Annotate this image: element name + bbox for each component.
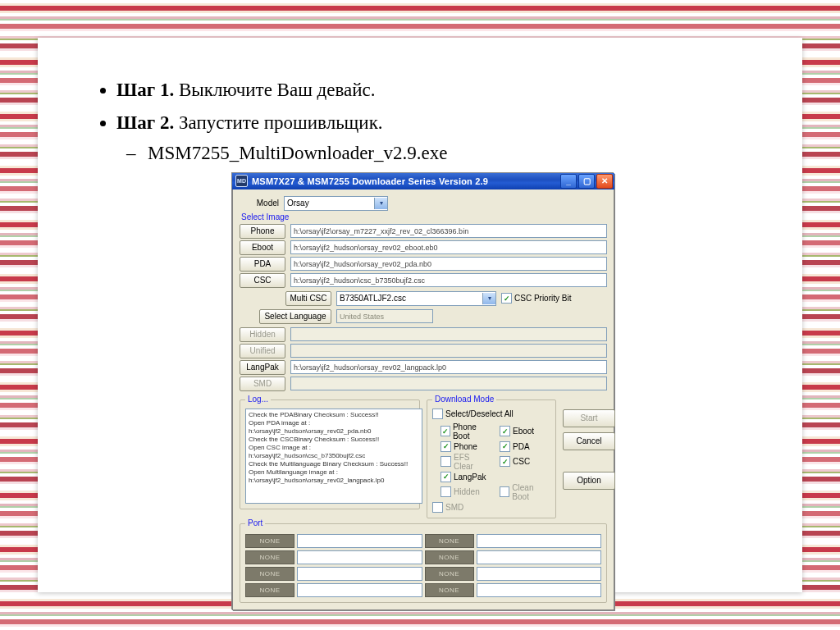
- port-field-2b: [477, 550, 602, 564]
- csc-checkbox[interactable]: ✓CSC: [500, 453, 550, 471]
- efs-clear-label: EFS Clear: [454, 453, 491, 471]
- port-none-3b: NONE: [425, 567, 474, 581]
- pda-button[interactable]: PDA: [240, 257, 285, 272]
- checkbox-icon: [432, 409, 443, 419]
- model-label: Model: [240, 199, 279, 208]
- close-button[interactable]: ✕: [596, 174, 613, 189]
- row-phone: Phone h:\orsay\jf2\orsay_m7227_xxjf2_rev…: [240, 224, 607, 239]
- csc-button[interactable]: CSC: [240, 273, 285, 288]
- slide-card: Шаг 1. Выключите Ваш девайс. Шаг 2. Запу…: [38, 38, 802, 592]
- port-field-3b: [477, 567, 602, 581]
- pda-path[interactable]: h:\orsay\jf2_hudson\orsay_rev02_pda.nb0: [290, 257, 607, 271]
- lower-section: Log... Check the PDABinary Checksum : Su…: [240, 395, 607, 518]
- port-none-2a: NONE: [245, 550, 294, 564]
- window-title: MSM7X27 & MSM7255 Downloader Series Vers…: [252, 176, 559, 186]
- download-mode-legend: Download Mode: [432, 395, 496, 404]
- smd-path: [290, 377, 607, 390]
- checkbox-checked-icon: ✓: [441, 441, 451, 452]
- smd-button[interactable]: SMD: [240, 377, 285, 391]
- step-1-text: Выключите Ваш девайс.: [174, 80, 375, 100]
- row-hidden: Hidden: [240, 327, 607, 342]
- window-titlebar[interactable]: MD MSM7X27 & MSM7255 Downloader Series V…: [232, 173, 614, 189]
- multi-csc-row: Multi CSC B7350ATLJF2.csc ▾ ✓ CSC Priori…: [240, 291, 607, 306]
- download-mode-column: Download Mode Select/Deselect All ✓Phone…: [427, 395, 556, 518]
- maximize-button[interactable]: ▢: [578, 174, 595, 189]
- model-combo-value: Orsay: [287, 199, 309, 208]
- csc-label: CSC: [513, 457, 530, 466]
- port-field-4a: [297, 583, 422, 597]
- step-1-bold: Шаг 1.: [116, 80, 174, 100]
- log-legend: Log...: [245, 395, 271, 404]
- multi-csc-button[interactable]: Multi CSC: [285, 291, 331, 306]
- option-button[interactable]: Option: [563, 472, 615, 490]
- hidden-path: [290, 327, 607, 341]
- checkbox-checked-icon: ✓: [441, 472, 451, 482]
- port-none-1b: NONE: [425, 534, 474, 548]
- multi-csc-value: B7350ATLJF2.csc: [340, 294, 406, 303]
- cancel-button[interactable]: Cancel: [563, 432, 615, 450]
- step-2-sub-item: MSM7255_MultiDownloader_v2.9.exe: [148, 139, 768, 168]
- csc-path[interactable]: h:\orsay\jf2_hudson\csc_b7350bujf2.csc: [290, 273, 607, 287]
- port-grid: NONE NONE NONE NONE NONE NONE NONE: [245, 534, 601, 597]
- port-none-3a: NONE: [245, 567, 294, 581]
- langpak-path[interactable]: h:\orsay\jf2_hudson\orsay_rev02_langpack…: [290, 360, 607, 374]
- checkbox-icon: [441, 456, 451, 467]
- hidden-checkbox: Hidden: [441, 483, 491, 501]
- steps-list: Шаг 1. Выключите Ваш девайс. Шаг 2. Запу…: [79, 75, 768, 168]
- port-field-1b: [477, 534, 602, 548]
- model-combo[interactable]: Orsay ▾: [284, 196, 388, 211]
- phone-boot-checkbox[interactable]: ✓Phone Boot: [441, 422, 491, 441]
- row-langpak: LangPak h:\orsay\jf2_hudson\orsay_rev02_…: [240, 360, 607, 375]
- checkbox-checked-icon: ✓: [441, 426, 450, 436]
- row-pda: PDA h:\orsay\jf2_hudson\orsay_rev02_pda.…: [240, 257, 607, 272]
- clean-boot-label: Clean Boot: [512, 483, 550, 501]
- checkbox-icon: [441, 486, 451, 497]
- phone-label: Phone: [454, 442, 477, 451]
- multi-csc-combo[interactable]: B7350ATLJF2.csc ▾: [336, 291, 496, 306]
- csc-priority-label: CSC Priority Bit: [514, 294, 571, 303]
- eboot-checkbox[interactable]: ✓Eboot: [500, 422, 550, 441]
- smd-label: SMD: [445, 503, 463, 512]
- port-field-4b: [477, 583, 602, 597]
- csc-priority-checkbox[interactable]: ✓ CSC Priority Bit: [501, 293, 571, 304]
- select-language-row: Select Language United States: [240, 309, 607, 324]
- checkbox-checked-icon: ✓: [500, 456, 510, 467]
- phone-path[interactable]: h:\orsay\jf2\orsay_m7227_xxjf2_rev_02_cl…: [290, 224, 607, 238]
- log-group: Log... Check the PDABinary Checksum : Su…: [240, 399, 420, 509]
- step-2-bold: Шаг 2.: [116, 112, 174, 133]
- chevron-down-icon: ▾: [374, 198, 387, 209]
- minimize-button[interactable]: _: [560, 174, 577, 189]
- step-2: Шаг 2. Запустите прошивльщик. MSM7255_Mu…: [116, 108, 768, 168]
- checkbox-checked-icon: ✓: [500, 441, 510, 452]
- start-button[interactable]: Start: [563, 409, 615, 427]
- phone-checkbox[interactable]: ✓Phone: [441, 441, 491, 452]
- log-column: Log... Check the PDABinary Checksum : Su…: [240, 395, 420, 518]
- checkbox-icon: [500, 486, 509, 497]
- eboot-path[interactable]: h:\orsay\jf2_hudson\orsay_rev02_eboot.eb…: [290, 240, 607, 254]
- phone-boot-label: Phone Boot: [453, 422, 491, 441]
- log-textarea[interactable]: Check the PDABinary Checksum : Success!!…: [245, 409, 422, 504]
- port-none-4a: NONE: [245, 583, 294, 597]
- step-1: Шаг 1. Выключите Ваш девайс.: [116, 75, 768, 105]
- pda-label: PDA: [513, 442, 530, 451]
- checkbox-checked-icon: ✓: [500, 426, 510, 436]
- smd-checkbox: SMD: [432, 502, 550, 513]
- select-all-checkbox[interactable]: Select/Deselect All: [432, 409, 514, 419]
- step-2-text: Запустите прошивльщик.: [174, 112, 382, 133]
- hidden-button[interactable]: Hidden: [240, 327, 285, 342]
- port-field-2a: [297, 550, 422, 564]
- select-image-header: Select Image: [241, 212, 607, 221]
- step-2-sublist: MSM7255_MultiDownloader_v2.9.exe: [116, 139, 768, 168]
- port-group: Port NONE NONE NONE NONE NONE NONE: [240, 523, 607, 603]
- phone-button[interactable]: Phone: [240, 224, 285, 239]
- row-unified: Unified: [240, 344, 607, 358]
- unified-button[interactable]: Unified: [240, 344, 285, 358]
- select-language-button[interactable]: Select Language: [259, 309, 331, 324]
- row-csc: CSC h:\orsay\jf2_hudson\csc_b7350bujf2.c…: [240, 273, 607, 288]
- pda-checkbox[interactable]: ✓PDA: [500, 441, 550, 452]
- langpak-checkbox[interactable]: ✓LangPak: [441, 472, 550, 482]
- eboot-label: Eboot: [513, 427, 534, 436]
- eboot-button[interactable]: Eboot: [240, 240, 285, 255]
- window-body: Model Orsay ▾ Select Image Phone h:\orsa…: [232, 189, 614, 610]
- langpak-button[interactable]: LangPak: [240, 360, 285, 375]
